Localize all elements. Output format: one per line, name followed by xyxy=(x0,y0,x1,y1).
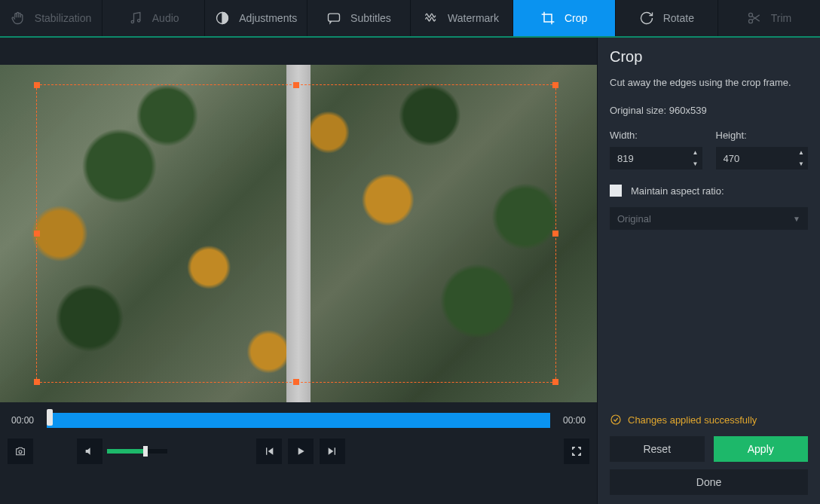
tab-subtitles[interactable]: Subtitles xyxy=(308,0,410,36)
transport-controls xyxy=(256,438,345,464)
crop-frame[interactable] xyxy=(36,84,556,383)
panel-description: Cut away the edges using the crop frame. xyxy=(610,76,808,90)
tab-label: Crop xyxy=(565,12,587,24)
fullscreen-button[interactable] xyxy=(564,438,589,464)
chevron-down-icon: ▼ xyxy=(793,215,800,223)
volume-control xyxy=(77,438,167,464)
video-preview[interactable] xyxy=(0,65,597,402)
tab-label: Stabilization xyxy=(35,12,92,24)
crop-handle-sw[interactable] xyxy=(34,379,40,385)
reset-button[interactable]: Reset xyxy=(610,436,705,462)
hand-icon xyxy=(11,11,26,26)
tab-stabilization[interactable]: Stabilization xyxy=(0,0,102,36)
prev-frame-button[interactable] xyxy=(256,438,282,464)
preview-column: 00:00 00:00 xyxy=(0,38,597,504)
crop-handle-s[interactable] xyxy=(293,379,299,385)
width-input[interactable] xyxy=(610,153,689,164)
camera-icon xyxy=(14,445,26,457)
crop-handle-e[interactable] xyxy=(552,231,558,237)
done-button[interactable]: Done xyxy=(610,469,808,495)
svg-point-5 xyxy=(748,20,752,23)
tab-label: Audio xyxy=(152,12,179,24)
scissors-icon xyxy=(747,11,762,26)
time-current: 00:00 xyxy=(8,415,38,426)
svg-point-7 xyxy=(611,415,620,424)
width-spinner[interactable]: ▲ ▼ xyxy=(610,147,702,170)
height-input[interactable] xyxy=(716,153,795,164)
width-step-down[interactable]: ▼ xyxy=(689,158,702,170)
tab-watermark[interactable]: Watermark xyxy=(411,0,513,36)
volume-slider[interactable] xyxy=(107,449,167,454)
svg-rect-3 xyxy=(329,14,340,21)
crop-handle-se[interactable] xyxy=(552,379,558,385)
tool-tabs: Stabilization Audio Adjustments Subtitle… xyxy=(0,0,820,38)
maintain-aspect-label: Maintain aspect ratio: xyxy=(631,185,724,197)
status-text: Changes applied successfully xyxy=(628,414,757,426)
play-icon xyxy=(295,445,307,457)
maintain-aspect-checkbox[interactable] xyxy=(610,185,622,197)
subtitle-icon xyxy=(326,11,341,26)
music-note-icon xyxy=(128,11,143,26)
crop-handle-n[interactable] xyxy=(293,82,299,88)
speaker-icon xyxy=(84,445,96,457)
timeline[interactable] xyxy=(47,413,550,428)
crop-handle-nw[interactable] xyxy=(34,82,40,88)
timeline-row: 00:00 00:00 xyxy=(0,402,597,435)
crop-handle-ne[interactable] xyxy=(552,82,558,88)
width-label: Width: xyxy=(610,130,702,141)
watermark-icon xyxy=(424,11,439,26)
play-button[interactable] xyxy=(288,438,314,464)
contrast-icon xyxy=(215,11,230,26)
tab-label: Trim xyxy=(771,12,791,24)
tab-audio[interactable]: Audio xyxy=(102,0,205,36)
fullscreen-icon xyxy=(571,445,583,457)
tab-label: Subtitles xyxy=(350,12,391,24)
height-step-up[interactable]: ▲ xyxy=(794,147,808,158)
aspect-ratio-select[interactable]: Original ▼ xyxy=(610,207,808,230)
tab-label: Adjustments xyxy=(239,12,297,24)
status-message: Changes applied successfully xyxy=(610,414,808,426)
snapshot-button[interactable] xyxy=(8,438,33,464)
player-controls xyxy=(0,435,597,470)
crop-handle-w[interactable] xyxy=(34,231,40,237)
skip-forward-icon xyxy=(326,445,338,457)
svg-point-6 xyxy=(19,451,22,454)
mute-button[interactable] xyxy=(77,438,102,464)
check-circle-icon xyxy=(610,414,622,426)
height-step-down[interactable]: ▼ xyxy=(794,158,808,170)
volume-fill xyxy=(107,449,143,454)
aspect-ratio-value: Original xyxy=(617,213,651,225)
height-label: Height: xyxy=(716,130,809,141)
svg-point-1 xyxy=(137,20,139,22)
height-spinner[interactable]: ▲ ▼ xyxy=(716,147,809,170)
crop-icon xyxy=(540,11,555,26)
tab-trim[interactable]: Trim xyxy=(718,0,820,36)
time-total: 00:00 xyxy=(559,415,589,426)
tab-adjustments[interactable]: Adjustments xyxy=(205,0,308,36)
crop-panel: Crop Cut away the edges using the crop f… xyxy=(597,38,820,504)
tab-label: Watermark xyxy=(448,12,499,24)
skip-back-icon xyxy=(263,445,275,457)
original-size-label: Original size: 960x539 xyxy=(610,105,808,116)
apply-button[interactable]: Apply xyxy=(714,436,809,462)
rotate-icon xyxy=(639,11,654,26)
svg-point-4 xyxy=(748,13,752,17)
svg-point-0 xyxy=(131,20,133,23)
tab-crop[interactable]: Crop xyxy=(513,0,616,36)
next-frame-button[interactable] xyxy=(320,438,345,464)
width-step-up[interactable]: ▲ xyxy=(689,147,702,158)
tab-rotate[interactable]: Rotate xyxy=(616,0,718,36)
panel-title: Crop xyxy=(610,48,808,66)
tab-label: Rotate xyxy=(663,12,694,24)
volume-thumb[interactable] xyxy=(143,446,148,457)
timeline-playhead[interactable] xyxy=(47,409,53,426)
